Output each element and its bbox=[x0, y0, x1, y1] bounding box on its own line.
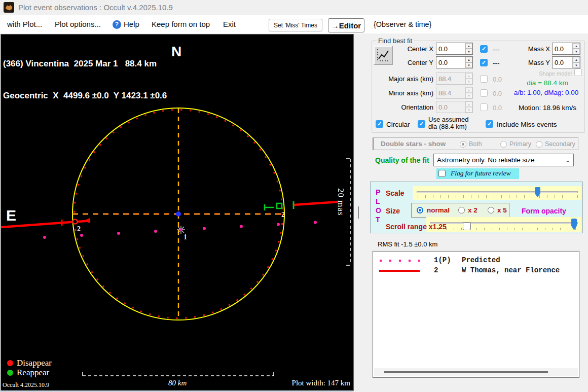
menu-help[interactable]: Help bbox=[124, 15, 139, 33]
center-x-spinner[interactable]: ▲▼ bbox=[465, 43, 472, 54]
size-x5-radio[interactable] bbox=[488, 207, 494, 213]
window-title: Plot event observations : Occult v.4.202… bbox=[18, 0, 173, 15]
size-x2-label: x 2 bbox=[468, 206, 477, 214]
quality-of-fit-label: Quality of the fit bbox=[375, 156, 429, 164]
menu-exit[interactable]: Exit bbox=[223, 15, 236, 33]
circular-checkbox[interactable]: ✓ bbox=[376, 120, 383, 128]
observation-row[interactable]: 1(P) Predicted bbox=[373, 256, 579, 266]
double-stars-secondary-radio[interactable] bbox=[536, 141, 542, 148]
center-y-label: Center Y bbox=[374, 59, 433, 66]
mass-y-label: Mass Y bbox=[508, 59, 550, 66]
scrollbar-thumb[interactable] bbox=[384, 371, 548, 373]
double-stars-primary-label: Primary bbox=[509, 140, 531, 148]
horizontal-scrollbar[interactable] bbox=[374, 368, 578, 376]
form-opacity-slider[interactable] bbox=[426, 217, 581, 232]
menu-keep-form-on-top[interactable]: Keep form on top bbox=[152, 15, 210, 33]
minor-axis-input[interactable]: 88.4 ▲▼ bbox=[436, 87, 473, 99]
app-icon bbox=[4, 2, 14, 13]
orientation-checkbox[interactable] bbox=[480, 103, 488, 111]
center-y-input[interactable]: 0.0 ▲▼ bbox=[436, 56, 473, 68]
reappear-markers bbox=[265, 201, 293, 210]
center-x-input[interactable]: 0.0 ▲▼ bbox=[436, 43, 473, 55]
use-assumed-label: Use assumeddia (88.4 km) bbox=[428, 116, 468, 130]
center-x-label: Center X bbox=[374, 45, 433, 53]
double-stars-secondary-label: Secondary bbox=[545, 140, 575, 148]
orientation-aux: 0.0 bbox=[493, 104, 502, 112]
ab-dmag-text: a/b: 1.00, dMag: 0.00 bbox=[504, 89, 588, 96]
plot-version-label: Occult 4.2025.10.9 bbox=[3, 381, 49, 389]
menu-bar: with Plot... Plot options... ? Help Keep… bbox=[0, 15, 588, 33]
reappear-dot-icon bbox=[7, 370, 13, 376]
motion-text: Motion: 18.96 km/s bbox=[507, 104, 588, 112]
chord-2-left-label: 2 bbox=[77, 225, 81, 233]
menu-with-plot[interactable]: with Plot... bbox=[7, 15, 42, 33]
plot-legend: Disappear Reappear bbox=[7, 358, 52, 377]
observation-number: 1(P) bbox=[434, 256, 451, 264]
size-normal-radio[interactable] bbox=[417, 207, 423, 213]
km-scale-label: 80 km bbox=[168, 379, 187, 387]
disappear-arrow bbox=[84, 218, 90, 224]
include-miss-checkbox[interactable]: ✓ bbox=[486, 120, 493, 128]
double-stars-group: Double stars - show Both Primary Seconda… bbox=[373, 137, 578, 150]
scale-slider[interactable] bbox=[413, 186, 581, 200]
minor-axis-spinner[interactable]: ▲▼ bbox=[465, 87, 472, 98]
observer-time-label: {Observer & time} bbox=[374, 15, 431, 33]
observation-name: W Thomas, near Florence bbox=[462, 266, 560, 274]
double-stars-both-radio[interactable] bbox=[460, 141, 466, 148]
center-x-checkbox[interactable]: ✓ bbox=[480, 45, 488, 53]
center-marker bbox=[176, 211, 181, 217]
scroll-range-checkbox[interactable] bbox=[463, 222, 471, 230]
major-axis-checkbox[interactable] bbox=[480, 75, 488, 83]
mass-x-input[interactable]: 0.0 ▲▼ bbox=[552, 43, 580, 55]
center-y-spinner[interactable]: ▲▼ bbox=[465, 57, 472, 68]
major-axis-spinner[interactable]: ▲▼ bbox=[465, 73, 472, 84]
double-stars-label: Double stars - show bbox=[381, 140, 446, 148]
plot-title: (366) Vincentina 2025 Mar 1 88.4 km Geoc… bbox=[3, 37, 167, 122]
rms-fit-label: RMS fit -1.5 ±0.0 km bbox=[378, 240, 437, 248]
orientation-spinner[interactable]: ▲▼ bbox=[465, 101, 472, 113]
east-label: E bbox=[6, 207, 16, 224]
help-icon[interactable]: ? bbox=[113, 20, 121, 29]
plot-title-line2: Geocentric X 4499.6 ±0.0 Y 1423.1 ±0.6 bbox=[3, 90, 167, 101]
center-y-checkbox[interactable]: ✓ bbox=[480, 59, 488, 66]
size-normal-label: normal bbox=[427, 206, 450, 214]
mass-y-input[interactable]: 0.0 ▲▼ bbox=[552, 56, 580, 68]
plot-letter-l: L bbox=[376, 197, 380, 205]
minor-axis-aux: 0.0 bbox=[493, 90, 502, 97]
center-y-suffix: --- bbox=[493, 59, 500, 67]
mass-x-spinner[interactable]: ▲▼ bbox=[572, 43, 580, 54]
scroll-range-label: Scroll range x1.25 bbox=[386, 223, 447, 231]
major-axis-input[interactable]: 88.4 ▲▼ bbox=[436, 73, 473, 85]
chord-2-right-segment bbox=[294, 202, 338, 205]
observation-row[interactable]: 2 W Thomas, near Florence bbox=[373, 266, 579, 276]
double-stars-primary-radio[interactable] bbox=[500, 141, 507, 148]
predicted-marker-dots bbox=[379, 259, 420, 262]
use-assumed-checkbox[interactable]: ✓ bbox=[418, 120, 425, 128]
observations-listbox[interactable]: 1(P) Predicted 2 W Thomas, near Florence bbox=[373, 251, 579, 378]
major-axis-aux: 0.0 bbox=[493, 76, 502, 83]
size-x2-radio[interactable] bbox=[458, 207, 465, 213]
size-radio-group: normal x 2 x 5 bbox=[411, 203, 509, 218]
minor-axis-checkbox[interactable] bbox=[480, 89, 488, 97]
north-label: N bbox=[171, 44, 181, 60]
flag-review-checkbox[interactable] bbox=[438, 170, 446, 177]
shape-model-checkbox[interactable] bbox=[574, 68, 582, 76]
editor-button[interactable]: →Editor bbox=[328, 18, 364, 32]
circular-label: Circular bbox=[386, 121, 410, 128]
plot-title-line1: (366) Vincentina 2025 Mar 1 88.4 km bbox=[3, 58, 167, 69]
plot-width-label: Plot width: 147 km bbox=[292, 379, 350, 387]
quality-of-fit-dropdown[interactable]: Astrometry only. No reliable size ⌄ bbox=[433, 154, 574, 166]
orientation-input[interactable]: 0.0 ▲▼ bbox=[436, 101, 473, 113]
mas-scale-bar bbox=[346, 159, 350, 265]
predicted-star-center bbox=[179, 228, 182, 231]
menu-plot-options[interactable]: Plot options... bbox=[55, 15, 101, 33]
flag-band: Flag for future review bbox=[436, 168, 519, 179]
mass-y-spinner[interactable]: ▲▼ bbox=[572, 57, 580, 68]
include-miss-label: Include Miss events bbox=[497, 121, 557, 128]
set-miss-times-button[interactable]: Set 'Miss' Times bbox=[269, 19, 322, 31]
km-scale-bar bbox=[83, 372, 274, 376]
size-x5-label: x 5 bbox=[497, 206, 507, 214]
occultation-plot-canvas[interactable]: 1 2 2 (366) Vincentina 2025 bbox=[1, 34, 353, 390]
disappear-uncertainty-circle bbox=[73, 220, 78, 224]
splitter-handle[interactable] bbox=[358, 206, 359, 219]
